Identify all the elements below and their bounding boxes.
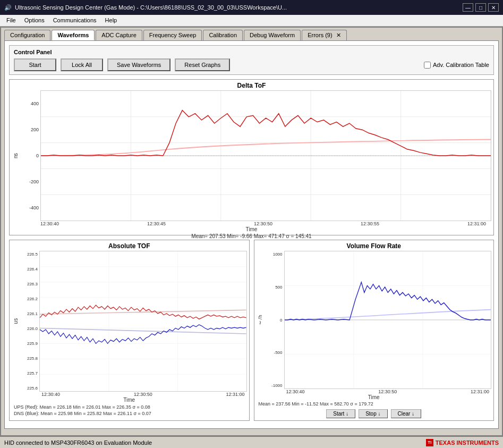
menu-bar: File Options Communications Help bbox=[0, 15, 503, 27]
delta-tof-svg bbox=[41, 91, 491, 221]
title-bar-left: 🔊 Ultrasonic Sensing Design Center (Gas … bbox=[4, 4, 287, 11]
content-area: Control Panel Start Lock All Save Wavefo… bbox=[4, 40, 499, 429]
absolute-tof-y-label: us bbox=[12, 251, 19, 392]
tab-configuration[interactable]: Configuration bbox=[4, 30, 50, 40]
adv-calibration-checkbox[interactable] bbox=[424, 62, 431, 69]
app-icon: 🔊 bbox=[4, 4, 12, 11]
absolute-tof-title: Absolute TOF bbox=[12, 242, 247, 250]
control-panel: Control Panel Start Lock All Save Wavefo… bbox=[9, 45, 494, 75]
save-waveforms-button[interactable]: Save Waveforms bbox=[107, 58, 170, 71]
flow-start-button[interactable]: Start ↓ bbox=[326, 409, 355, 418]
title-bar: 🔊 Ultrasonic Sensing Design Center (Gas … bbox=[0, 0, 503, 15]
flow-clear-button[interactable]: Clear ↓ bbox=[391, 409, 422, 418]
delta-tof-panel: Delta ToF ns 400 200 0 -200 -400 bbox=[9, 79, 494, 235]
lock-all-button[interactable]: Lock All bbox=[61, 58, 103, 71]
menu-help[interactable]: Help bbox=[101, 16, 122, 25]
delta-tof-title: Delta ToF bbox=[12, 82, 491, 89]
volume-flow-panel: Volume Flow Rate ℓ/h 1000 500 0 -500 -10… bbox=[254, 240, 495, 421]
volume-flow-svg bbox=[285, 251, 491, 388]
volume-flow-buttons: Start ↓ Stop ↓ Clear ↓ bbox=[257, 408, 492, 418]
ti-name: TEXAS INSTRUMENTS bbox=[436, 439, 499, 446]
close-button[interactable]: ✕ bbox=[488, 3, 499, 12]
status-bar: HID connected to MSP430FR6043 on Evaluat… bbox=[0, 436, 503, 448]
absolute-tof-x-label: Time bbox=[12, 397, 247, 403]
minimize-button[interactable]: — bbox=[463, 3, 473, 12]
absolute-tof-panel: Absolute TOF us 226.5 226.4 226.3 226.2 … bbox=[9, 240, 250, 421]
volume-flow-stats: Mean = 237.56 Min = -11.52 Max = 582.70 … bbox=[257, 400, 492, 408]
tab-frequency-sweep[interactable]: Frequency Sweep bbox=[143, 30, 202, 40]
tab-bar: Configuration Waveforms ADC Capture Freq… bbox=[1, 28, 502, 40]
tab-errors[interactable]: Errors (9) ✕ bbox=[302, 30, 347, 40]
start-button[interactable]: Start bbox=[14, 58, 56, 71]
bottom-charts: Absolute TOF us 226.5 226.4 226.3 226.2 … bbox=[9, 240, 494, 421]
delta-tof-x-label: Time bbox=[12, 226, 491, 232]
tab-waveforms[interactable]: Waveforms bbox=[52, 30, 95, 40]
delta-tof-y-label: ns bbox=[12, 90, 19, 221]
tab-calibration[interactable]: Calibration bbox=[203, 30, 243, 40]
reset-graphs-button[interactable]: Reset Graphs bbox=[175, 58, 230, 71]
menu-file[interactable]: File bbox=[2, 16, 20, 25]
adv-calibration-label: Adv. Calibration Table bbox=[424, 62, 489, 69]
ti-icon: TI bbox=[426, 439, 433, 446]
status-text: HID connected to MSP430FR6043 on Evaluat… bbox=[4, 439, 152, 446]
volume-flow-wrapper: ℓ/h 1000 500 0 -500 -1000 bbox=[257, 251, 492, 389]
volume-flow-chart bbox=[284, 251, 492, 389]
volume-flow-title: Volume Flow Rate bbox=[257, 242, 492, 250]
menu-communications[interactable]: Communications bbox=[49, 16, 101, 25]
tab-adc-capture[interactable]: ADC Capture bbox=[96, 30, 142, 40]
tab-errors-close[interactable]: ✕ bbox=[336, 32, 341, 38]
control-panel-title: Control Panel bbox=[14, 49, 489, 55]
absolute-tof-chart bbox=[39, 251, 247, 392]
volume-flow-x-label: Time bbox=[257, 394, 492, 400]
absolute-tof-wrapper: us 226.5 226.4 226.3 226.2 226.1 226.0 2… bbox=[12, 251, 247, 392]
control-panel-buttons: Start Lock All Save Waveforms Reset Grap… bbox=[14, 58, 489, 71]
volume-flow-y-label: ℓ/h bbox=[257, 251, 264, 389]
delta-tof-chart bbox=[40, 90, 491, 221]
maximize-button[interactable]: □ bbox=[475, 3, 486, 12]
main-window: Configuration Waveforms ADC Capture Freq… bbox=[0, 27, 503, 436]
absolute-tof-svg bbox=[40, 251, 246, 391]
absolute-tof-stats-ups: UPS (Red): Mean = 226.18 Min = 226.01 Ma… bbox=[12, 403, 247, 418]
title-bar-buttons: — □ ✕ bbox=[463, 3, 499, 12]
delta-tof-stats: Mean= 207.53 Min= -9.66 Max= 471.47 σ = … bbox=[12, 232, 491, 240]
flow-stop-button[interactable]: Stop ↓ bbox=[359, 409, 387, 418]
title-bar-text: Ultrasonic Sensing Design Center (Gas Mo… bbox=[15, 4, 287, 11]
delta-tof-wrapper: ns 400 200 0 -200 -400 bbox=[12, 90, 491, 221]
ti-logo: TI TEXAS INSTRUMENTS bbox=[426, 439, 499, 446]
charts-container: Delta ToF ns 400 200 0 -200 -400 bbox=[9, 79, 494, 421]
menu-options[interactable]: Options bbox=[20, 16, 49, 25]
tab-debug-waveform[interactable]: Debug Waveform bbox=[244, 30, 301, 40]
